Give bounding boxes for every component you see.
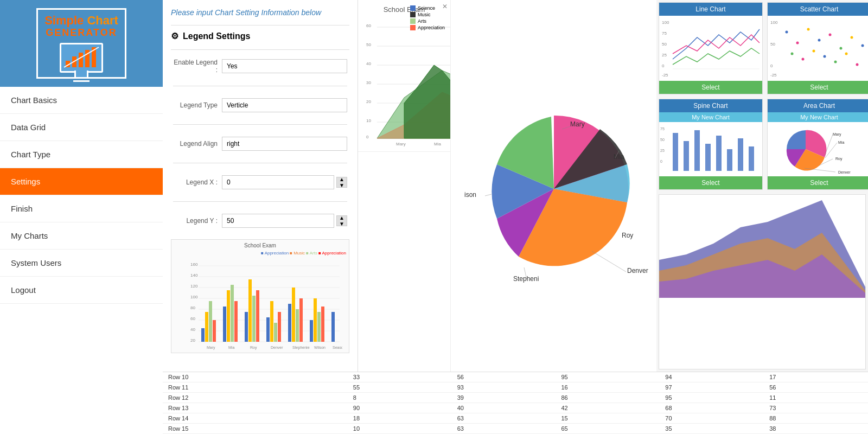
area-chart-card: Area Chart My New Chart Mary Mia Roy Den… xyxy=(767,99,868,190)
svg-rect-24 xyxy=(205,312,208,342)
legend-y-input[interactable] xyxy=(222,214,334,228)
svg-text:60: 60 xyxy=(366,23,371,28)
sidebar-item-data-grid[interactable]: Data Grid xyxy=(0,114,163,141)
row-c2: 40 xyxy=(452,403,556,413)
row-label: Row 12 xyxy=(163,393,348,403)
area-chart-select-button[interactable]: Select xyxy=(768,176,868,189)
svg-text:-25: -25 xyxy=(662,73,668,78)
sidebar-item-system-users[interactable]: System Users xyxy=(0,250,163,277)
svg-point-93 xyxy=(786,31,788,34)
svg-text:80: 80 xyxy=(190,305,195,310)
pie-chart-area: Mary Mia Roy Denver Stepheni ison xyxy=(450,0,656,372)
spine-chart-card: Spine Chart My New Chart 75 50 25 0 xyxy=(659,99,763,190)
svg-text:100: 100 xyxy=(770,20,778,25)
spine-chart-subheader: My New Chart xyxy=(659,112,762,122)
svg-text:Mary: Mary xyxy=(833,132,841,137)
row-c3: 16 xyxy=(556,382,660,393)
gear-icon: ⚙ xyxy=(171,31,178,41)
svg-text:140: 140 xyxy=(190,273,198,278)
row-c3: 15 xyxy=(556,413,660,424)
row-c4: 70 xyxy=(660,413,764,424)
logo-chart-icon xyxy=(61,44,101,71)
legend-settings-form: Enable Legend : Legend Type Legend Align xyxy=(171,55,349,231)
svg-rect-114 xyxy=(694,130,700,171)
svg-text:Mary: Mary xyxy=(207,346,215,350)
spin-up-icon-y: ▲ xyxy=(339,215,344,221)
area-chart-card-svg: Mary Mia Roy Denver xyxy=(768,122,868,176)
svg-rect-115 xyxy=(705,144,711,171)
svg-rect-41 xyxy=(296,309,299,342)
enable-legend-label: Enable Legend : xyxy=(171,55,220,77)
area-chart-svg: 60 50 40 30 20 10 0 xyxy=(363,16,450,149)
table-row: Row 10 33 56 95 94 17 xyxy=(163,372,868,382)
svg-rect-46 xyxy=(321,307,324,342)
logo-subtitle: GENERATOR xyxy=(44,27,118,39)
svg-rect-43 xyxy=(310,320,313,342)
svg-text:Mary: Mary xyxy=(396,142,406,146)
spine-chart-select-button[interactable]: Select xyxy=(659,176,762,189)
legend-y-spinner[interactable]: ▲ ▼ xyxy=(336,215,347,226)
svg-text:0: 0 xyxy=(660,159,662,163)
sidebar-item-my-charts[interactable]: My Charts xyxy=(0,222,163,250)
sidebar-item-chart-type[interactable]: Chart Type xyxy=(0,141,163,168)
logo-area: Simple Chart GENERATOR xyxy=(0,0,163,87)
svg-text:20: 20 xyxy=(366,99,371,104)
line-chart-select-button[interactable]: Select xyxy=(659,81,762,94)
svg-text:Denver: Denver xyxy=(838,170,851,174)
logo-text-simple: Simple xyxy=(44,14,87,27)
pie-chart-svg: Mary Mia Roy Denver Stepheni ison xyxy=(454,88,654,284)
scatter-chart-select-button[interactable]: Select xyxy=(768,81,868,94)
svg-rect-37 xyxy=(274,323,277,342)
logo-text-chart: Chart xyxy=(87,14,118,27)
svg-rect-35 xyxy=(266,317,270,342)
svg-text:50: 50 xyxy=(770,42,775,47)
spin-up-icon: ▲ xyxy=(339,176,344,182)
svg-rect-34 xyxy=(256,290,259,342)
svg-text:Mia: Mia xyxy=(434,142,441,146)
legend-align-input[interactable] xyxy=(222,137,347,151)
row-label: Row 15 xyxy=(163,424,348,434)
svg-text:Denver: Denver xyxy=(271,346,283,349)
sidebar-item-logout[interactable]: Logout xyxy=(0,277,163,304)
legend-x-input[interactable] xyxy=(222,175,334,189)
legend-appreciation: Appreciation xyxy=(418,25,445,30)
legend-type-input[interactable] xyxy=(222,98,347,112)
section-title: ⚙ Legend Settings xyxy=(171,31,349,41)
data-table-section: Row 10 33 56 95 94 17 Row 11 55 93 16 97… xyxy=(163,372,868,434)
svg-text:0: 0 xyxy=(366,135,369,139)
svg-point-104 xyxy=(824,55,826,58)
mini-bar-chart-svg: 160 140 120 100 80 60 40 20 xyxy=(174,258,342,350)
svg-rect-119 xyxy=(749,146,754,171)
svg-rect-40 xyxy=(292,288,295,342)
legend-x-spinner[interactable]: ▲ ▼ xyxy=(336,177,347,188)
sidebar-item-chart-basics[interactable]: Chart Basics xyxy=(0,87,163,114)
logo-monitor xyxy=(60,43,103,73)
chart-cards-grid: Line Chart 100 75 50 25 0 -25 xyxy=(656,0,868,192)
enable-legend-input[interactable] xyxy=(222,59,347,73)
pie-label-mary: Mary xyxy=(570,120,585,128)
svg-point-102 xyxy=(802,58,805,61)
svg-point-94 xyxy=(796,42,799,44)
sidebar-item-settings[interactable]: Settings xyxy=(0,168,163,195)
svg-rect-33 xyxy=(252,296,256,342)
area-chart-subheader: My New Chart xyxy=(768,112,868,122)
legend-music: Music xyxy=(418,12,431,17)
svg-rect-44 xyxy=(314,298,317,342)
svg-point-100 xyxy=(861,44,864,47)
row-c5: 88 xyxy=(764,413,868,424)
sidebar-item-finish[interactable]: Finish xyxy=(0,195,163,222)
scatter-chart-card: Scatter Chart 100 50 0 -25 xyxy=(767,2,868,94)
svg-text:Wilson: Wilson xyxy=(314,346,326,349)
row-c4: 68 xyxy=(660,403,764,413)
row-c3: 86 xyxy=(556,393,660,403)
table-row: Row 12 8 39 86 95 11 xyxy=(163,393,868,403)
svg-rect-27 xyxy=(223,307,226,342)
svg-text:100: 100 xyxy=(190,295,198,299)
right-area-preview-svg xyxy=(659,195,866,298)
svg-text:40: 40 xyxy=(190,327,195,332)
row-label: Row 13 xyxy=(163,403,348,413)
legend-y-label: Legend Y : xyxy=(171,210,220,231)
svg-point-107 xyxy=(856,63,859,66)
logo-title: Simple Chart xyxy=(44,14,118,27)
row-c4: 97 xyxy=(660,382,764,393)
